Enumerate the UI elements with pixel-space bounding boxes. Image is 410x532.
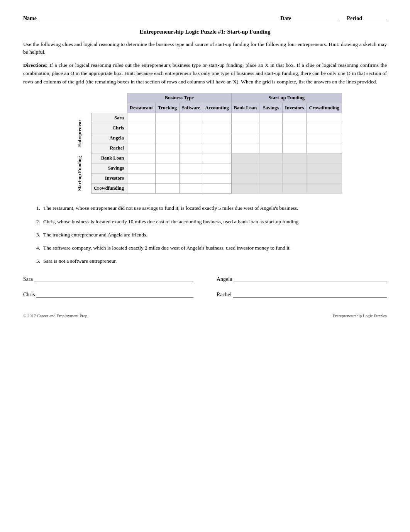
name-underline	[38, 21, 280, 21]
directions-body: If a clue or logical reasoning rules out…	[23, 62, 387, 85]
clue-5: 5. Sara is not a software entrepreneur.	[31, 257, 387, 265]
logic-grid: Business Type Start-up Funding Restauran…	[68, 93, 342, 194]
cell-rachel-software[interactable]	[179, 143, 203, 153]
period-label: Period	[347, 15, 362, 22]
chris-answer-line: Chris	[23, 292, 193, 298]
cell-chris-savings[interactable]	[259, 123, 283, 133]
cell-disabled	[307, 153, 342, 163]
cell-angela-accounting[interactable]	[203, 133, 231, 143]
date-underline	[293, 21, 339, 21]
cell-angela-investors[interactable]	[283, 133, 307, 143]
cell-sara-trucking[interactable]	[155, 113, 179, 123]
cell-savings-accounting[interactable]	[203, 163, 231, 173]
rachel-answer-underline	[233, 297, 387, 297]
cell-chris-software[interactable]	[179, 123, 203, 133]
clue-4-text: The software company, which is located e…	[43, 244, 291, 252]
row-label-crowdfunding: Crowdfunding	[91, 184, 127, 194]
chris-answer-label: Chris	[23, 292, 35, 298]
cell-rachel-accounting[interactable]	[203, 143, 231, 153]
cell-savings-trucking[interactable]	[155, 163, 179, 173]
rachel-answer-label: Rachel	[217, 292, 232, 298]
cell-bankloan-accounting[interactable]	[203, 153, 231, 163]
name-label: Name	[23, 15, 37, 22]
cell-crowdfunding-trucking[interactable]	[155, 184, 179, 194]
cell-sara-software[interactable]	[179, 113, 203, 123]
cell-disabled	[231, 184, 259, 194]
row-label-rachel: Rachel	[91, 143, 127, 153]
cell-chris-investors[interactable]	[283, 123, 307, 133]
cell-chris-trucking[interactable]	[155, 123, 179, 133]
cell-chris-accounting[interactable]	[203, 123, 231, 133]
cell-investors-accounting[interactable]	[203, 173, 231, 184]
directions-text: Directions: If a clue or logical reasoni…	[23, 61, 387, 86]
cell-disabled	[259, 163, 283, 173]
cell-rachel-investors[interactable]	[283, 143, 307, 153]
cell-crowdfunding-software[interactable]	[179, 184, 203, 194]
row-label-bankloan: Bank Loan	[91, 153, 127, 163]
answers-section: Sara Angela Chris Rachel	[23, 276, 387, 298]
cell-bankloan-trucking[interactable]	[155, 153, 179, 163]
table-row: Rachel	[68, 143, 342, 153]
cell-angela-restaurant[interactable]	[127, 133, 156, 143]
cell-disabled	[231, 153, 259, 163]
row-label-chris: Chris	[91, 123, 127, 133]
cell-investors-software[interactable]	[179, 173, 203, 184]
col-header-bankloan: Bank Loan	[231, 103, 259, 113]
cell-disabled	[283, 184, 307, 194]
cell-savings-restaurant[interactable]	[127, 163, 156, 173]
cell-chris-bankloan[interactable]	[231, 123, 259, 133]
cell-sara-crowdfunding[interactable]	[307, 113, 342, 123]
cell-disabled	[307, 163, 342, 173]
cell-chris-crowdfunding[interactable]	[307, 123, 342, 133]
angela-answer-label: Angela	[217, 276, 232, 282]
cell-rachel-restaurant[interactable]	[127, 143, 156, 153]
footer-copyright: © 2017 Career and Employment Prep	[23, 313, 87, 318]
sara-answer-label: Sara	[23, 276, 33, 282]
cell-rachel-bankloan[interactable]	[231, 143, 259, 153]
cell-sara-restaurant[interactable]	[127, 113, 156, 123]
cell-disabled	[259, 184, 283, 194]
cell-angela-trucking[interactable]	[155, 133, 179, 143]
table-row: Angela	[68, 133, 342, 143]
clue-4-number: 4.	[31, 244, 40, 252]
row-label-savings: Savings	[91, 163, 127, 173]
cell-disabled	[307, 184, 342, 194]
clue-1: 1. The restaurant, whose entrepreneur di…	[31, 204, 387, 212]
cell-investors-trucking[interactable]	[155, 173, 179, 184]
cell-rachel-crowdfunding[interactable]	[307, 143, 342, 153]
cell-disabled	[259, 153, 283, 163]
clue-3: 3. The trucking entrepreneur and Angela …	[31, 231, 387, 239]
cell-sara-investors[interactable]	[283, 113, 307, 123]
cell-sara-savings[interactable]	[259, 113, 283, 123]
cell-disabled	[283, 153, 307, 163]
cell-crowdfunding-restaurant[interactable]	[127, 184, 156, 194]
cell-disabled	[283, 163, 307, 173]
col-header-software: Software	[179, 103, 203, 113]
cell-bankloan-restaurant[interactable]	[127, 153, 156, 163]
col-header-crowdfunding: Crowdfunding	[307, 103, 342, 113]
cell-sara-bankloan[interactable]	[231, 113, 259, 123]
cell-bankloan-software[interactable]	[179, 153, 203, 163]
cell-disabled	[231, 173, 259, 184]
cell-crowdfunding-accounting[interactable]	[203, 184, 231, 194]
funding-group-label: Start-up Funding	[68, 153, 91, 194]
clue-2-text: Chris, whose business is located exactly…	[43, 218, 300, 226]
cell-angela-software[interactable]	[179, 133, 203, 143]
cell-angela-savings[interactable]	[259, 133, 283, 143]
cell-sara-accounting[interactable]	[203, 113, 231, 123]
cell-rachel-savings[interactable]	[259, 143, 283, 153]
cell-angela-crowdfunding[interactable]	[307, 133, 342, 143]
cell-rachel-trucking[interactable]	[155, 143, 179, 153]
clue-2: 2. Chris, whose business is located exac…	[31, 218, 387, 226]
date-label: Date	[280, 15, 291, 22]
intro-text: Use the following clues and logical reas…	[23, 41, 387, 56]
table-row: Start-up Funding Bank Loan	[68, 153, 342, 163]
cell-angela-bankloan[interactable]	[231, 133, 259, 143]
row-label-investors: Investors	[91, 173, 127, 184]
clue-5-text: Sara is not a software entrepreneur.	[43, 257, 117, 265]
cell-savings-software[interactable]	[179, 163, 203, 173]
startup-funding-header: Start-up Funding	[231, 93, 342, 103]
cell-investors-restaurant[interactable]	[127, 173, 156, 184]
cell-chris-restaurant[interactable]	[127, 123, 156, 133]
clue-1-text: The restaurant, whose entrepreneur did n…	[43, 204, 298, 212]
